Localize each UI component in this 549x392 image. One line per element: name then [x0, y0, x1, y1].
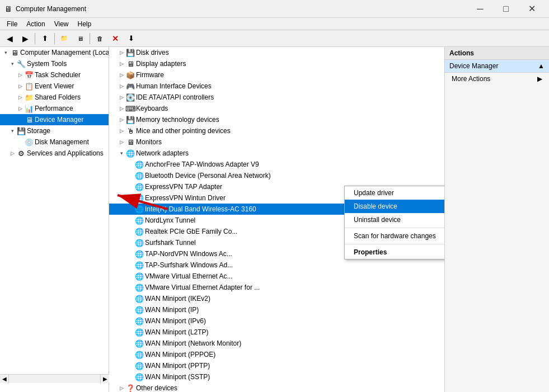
chevron-up-icon: ▲	[538, 62, 545, 70]
hid-icon: 🎮	[126, 82, 135, 91]
toolbar-show-hide[interactable]: 📁	[57, 32, 72, 45]
toolbar-device-manager[interactable]: 🖥	[73, 32, 87, 45]
expand-icon: ▷	[117, 70, 126, 79]
content-area: ▷ 💾 Disk drives ▷ 🖥 Display adapters ▷ 📦…	[109, 47, 444, 392]
device-item-wan-pptp[interactable]: 🌐 WAN Miniport (PPTP)	[109, 360, 444, 371]
device-item-keyboards[interactable]: ▷ ⌨ Keyboards	[109, 103, 444, 114]
mice-icon: 🖱	[126, 126, 135, 135]
close-button[interactable]: ✕	[519, 0, 545, 18]
device-item-network-adapters[interactable]: ▾ 🌐 Network adapters	[109, 148, 444, 159]
device-item-disk-drives[interactable]: ▷ 💾 Disk drives	[109, 47, 444, 58]
device-item-tap-surfshark[interactable]: 🌐 TAP-Surfshark Windows Ad...	[109, 259, 444, 271]
device-item-wan-l2tp[interactable]: 🌐 WAN Miniport (L2TP)	[109, 327, 444, 338]
toolbar-sep-2	[54, 33, 55, 44]
expand-icon	[126, 294, 135, 303]
device-item-hid[interactable]: ▷ 🎮 Human Interface Devices	[109, 81, 444, 92]
expand-icon	[126, 182, 135, 191]
ide-icon: 💽	[126, 93, 135, 102]
main-container: ▾ 🖥 Computer Management (Local ▾ 🔧 Syste…	[0, 47, 549, 392]
device-label: Human Interface Devices	[135, 82, 212, 90]
adapter-icon: 🌐	[135, 160, 144, 169]
device-item-memory[interactable]: ▷ 💾 Memory technology devices	[109, 114, 444, 125]
expand-icon: ▷	[117, 48, 126, 57]
sidebar-item-system-tools[interactable]: ▾ 🔧 System Tools	[0, 58, 109, 69]
context-menu-disable-device[interactable]: Disable device	[345, 200, 444, 213]
expand-icon	[126, 350, 135, 359]
device-item-wan-ip[interactable]: 🌐 WAN Miniport (IP)	[109, 304, 444, 315]
menu-action[interactable]: Action	[22, 19, 49, 29]
sidebar-item-performance[interactable]: ▷ 📊 Performance	[0, 103, 109, 114]
maximize-button[interactable]: □	[493, 0, 519, 18]
sidebar-item-disk-management[interactable]: 💿 Disk Management	[0, 136, 109, 148]
expand-icon: ▾	[8, 59, 17, 68]
menu-help[interactable]: Help	[73, 19, 96, 29]
expand-icon: ▷	[117, 82, 126, 91]
folder-icon: 📁	[25, 93, 34, 102]
sidebar-item-task-scheduler[interactable]: ▷ 📅 Task Scheduler	[0, 69, 109, 81]
device-label: Firmware	[135, 71, 164, 79]
context-menu-properties[interactable]: Properties	[345, 245, 444, 259]
device-label: VMware Virtual Ethernet Adapter for ...	[144, 284, 260, 291]
sidebar-item-storage[interactable]: ▾ 💾 Storage	[0, 125, 109, 136]
device-item-wan-pppoe[interactable]: 🌐 WAN Miniport (PPPOE)	[109, 349, 444, 360]
device-label: Disk drives	[135, 49, 169, 56]
device-item-firmware[interactable]: ▷ 📦 Firmware	[109, 69, 444, 81]
sidebar-item-event-viewer[interactable]: ▷ 📋 Event Viewer	[0, 81, 109, 92]
right-panel-more-actions[interactable]: More Actions ▶	[445, 73, 549, 85]
device-item-wan-ipv6[interactable]: 🌐 WAN Miniport (IPv6)	[109, 315, 444, 327]
right-panel-device-manager[interactable]: Device Manager ▲	[445, 60, 549, 73]
device-label: ExpressVPN Wintun Driver	[144, 194, 226, 202]
device-item-monitors[interactable]: ▷ 🖥 Monitors	[109, 136, 444, 148]
context-menu-scan-hardware[interactable]: Scan for hardware changes	[345, 229, 444, 243]
toolbar-cancel[interactable]: ✕	[108, 32, 123, 45]
expand-icon: ▷	[16, 82, 25, 91]
toolbar-forward[interactable]: ▶	[18, 32, 32, 45]
device-label: Mice and other pointing devices	[135, 127, 231, 135]
sidebar-item-computer-management[interactable]: ▾ 🖥 Computer Management (Local	[0, 47, 109, 58]
menu-file[interactable]: File	[2, 19, 22, 29]
adapter-icon: 🌐	[135, 294, 144, 303]
device-item-vmware2[interactable]: 🌐 VMware Virtual Ethernet Adapter for ..…	[109, 282, 444, 293]
adapter-icon: 🌐	[135, 238, 144, 247]
context-menu-update-driver[interactable]: Update driver	[345, 186, 444, 200]
storage-icon: 💾	[17, 126, 26, 135]
device-item-vmware1[interactable]: 🌐 VMware Virtual Ethernet Ac...	[109, 271, 444, 282]
expand-icon	[126, 361, 135, 370]
device-item-display-adapters[interactable]: ▷ 🖥 Display adapters	[109, 58, 444, 69]
device-item-bluetooth[interactable]: 🌐 Bluetooth Device (Personal Area Networ…	[109, 170, 444, 181]
device-label: WAN Miniport (IPv6)	[144, 317, 206, 325]
scroll-right-btn[interactable]: ▶	[100, 375, 109, 384]
device-item-wan-netmon[interactable]: 🌐 WAN Miniport (Network Monitor)	[109, 338, 444, 349]
scroll-left-btn[interactable]: ◀	[0, 375, 9, 384]
device-item-anchorfree[interactable]: 🌐 AnchorFree TAP-Windows Adapter V9	[109, 159, 444, 170]
expand-icon: ▾	[1, 48, 10, 57]
sidebar-item-services[interactable]: ▷ ⚙ Services and Applications	[0, 148, 109, 159]
device-label: NordLynx Tunnel	[144, 216, 195, 224]
sidebar-item-device-manager[interactable]: 🖥 Device Manager	[0, 114, 109, 125]
adapter-icon: 🌐	[135, 361, 144, 370]
toolbar-back[interactable]: ◀	[2, 32, 17, 45]
sidebar-scrollbar[interactable]: ◀ ▶	[0, 374, 109, 383]
device-label: Realtek PCIe GbE Family Co...	[144, 228, 237, 235]
device-item-wan-sstp[interactable]: 🌐 WAN Miniport (SSTP)	[109, 371, 444, 382]
device-label: WAN Miniport (PPPOE)	[144, 351, 215, 358]
memory-icon: 💾	[126, 115, 135, 124]
device-item-ide[interactable]: ▷ 💽 IDE ATA/ATAPI controllers	[109, 92, 444, 103]
device-item-mice[interactable]: ▷ 🖱 Mice and other pointing devices	[109, 125, 444, 136]
adapter-icon: 🌐	[135, 372, 144, 381]
context-menu-uninstall-device[interactable]: Uninstall device	[345, 213, 444, 226]
expand-icon: ▷	[117, 115, 126, 124]
toolbar-scan[interactable]: ⬇	[124, 32, 138, 45]
minimize-button[interactable]: ─	[467, 0, 493, 18]
device-item-wan-ikev2[interactable]: 🌐 WAN Miniport (IKEv2)	[109, 293, 444, 304]
app-icon: 🖥	[4, 4, 12, 13]
tools-icon: 🔧	[17, 59, 26, 68]
device-label: WAN Miniport (PPTP)	[144, 362, 210, 370]
toolbar-delete[interactable]: 🗑	[92, 32, 107, 45]
device-item-other-devices[interactable]: ▷ ❓ Other devices	[109, 382, 444, 392]
menu-view[interactable]: View	[50, 19, 73, 29]
device-label: Intel(R) Dual Band Wireless-AC 3160	[144, 205, 256, 213]
right-panel: Actions Device Manager ▲ More Actions ▶	[444, 47, 549, 392]
toolbar-up[interactable]: ⬆	[37, 32, 52, 45]
sidebar-item-shared-folders[interactable]: ▷ 📁 Shared Folders	[0, 92, 109, 103]
